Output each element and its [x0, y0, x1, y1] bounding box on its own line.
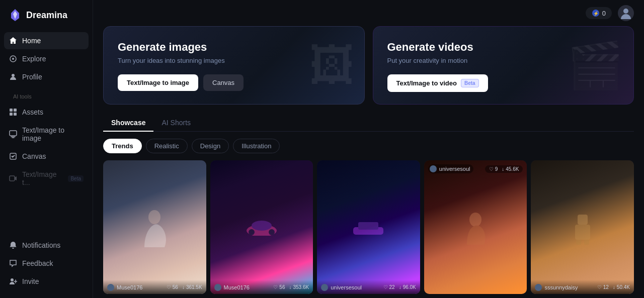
sidebar-item-canvas-label: Canvas	[22, 152, 46, 160]
like-stat-top: ♡ 9	[489, 166, 498, 172]
sidebar-item-home[interactable]: Home	[4, 32, 89, 49]
download-icon: ↓	[182, 284, 185, 290]
download-count: 361.5K	[186, 284, 202, 290]
user-avatar[interactable]	[618, 5, 634, 21]
svg-rect-24	[578, 215, 588, 225]
logo: Dreamina	[0, 0, 93, 32]
text-image-to-image-button[interactable]: Text/Image to image	[118, 74, 198, 91]
download-icon-top: ↓	[502, 166, 504, 172]
tab-ai-shorts[interactable]: AI Shorts	[153, 115, 199, 132]
download-count-top: 45.6K	[506, 166, 519, 172]
image-stats: ♡ 56 ↓ 361.5K	[167, 284, 202, 290]
username: Muse0176	[224, 284, 250, 290]
generate-videos-card: 🎬 Generate videos Put your creativity in…	[373, 26, 634, 105]
sidebar-item-notifications-label: Notifications	[22, 241, 60, 249]
svg-point-15	[623, 9, 628, 14]
like-count: 12	[603, 284, 609, 290]
home-icon	[9, 37, 17, 45]
list-item[interactable]: universesoul ♡ 22 ↓ 96.0K	[317, 160, 420, 294]
sidebar-item-feedback[interactable]: Feedback	[4, 255, 89, 272]
card-bg-decoration: 🖼	[309, 43, 354, 88]
image-stats: ♡ 12 ↓ 50.4K	[597, 284, 630, 290]
download-stat-top: ↓ 45.6K	[502, 166, 519, 172]
image-grid: Muse0176 ♡ 56 ↓ 361.5K	[103, 160, 634, 294]
username-top: universesoul	[439, 166, 470, 172]
text-video-icon	[9, 174, 17, 182]
svg-rect-8	[14, 113, 17, 116]
sidebar-item-home-label: Home	[22, 37, 41, 45]
download-stat: ↓ 361.5K	[182, 284, 202, 290]
heart-icon-top: ♡	[489, 166, 494, 172]
sidebar-item-assets[interactable]: Assets	[4, 104, 89, 121]
download-icon: ↓	[289, 284, 291, 290]
sidebar-item-invite[interactable]: Invite	[4, 273, 89, 290]
image-overlay: Muse0176 ♡ 56 ↓ 361.5K	[103, 280, 206, 294]
username: Muse0176	[117, 284, 142, 290]
list-item[interactable]: Muse0176 ♡ 56 ↓ 361.5K	[103, 160, 206, 294]
username: universesoul	[331, 284, 362, 290]
svg-point-16	[148, 210, 160, 224]
download-stat: ↓ 50.4K	[613, 284, 630, 290]
filter-pills: Trends Realistic Design Illustration	[103, 139, 634, 153]
svg-point-12	[11, 278, 14, 281]
image-user: Muse0176	[214, 284, 250, 291]
list-item[interactable]: sssunnydaisy ♡ 12 ↓ 50.4K	[531, 160, 634, 294]
svg-point-18	[252, 221, 272, 231]
heart-icon: ♡	[383, 284, 388, 290]
image-overlay: sssunnydaisy ♡ 12 ↓ 50.4K	[531, 280, 634, 294]
coin-count: 0	[602, 10, 606, 17]
svg-point-20	[269, 229, 275, 235]
text-image-to-video-label: Text/Image to video	[396, 79, 457, 87]
filter-illustration[interactable]: Illustration	[233, 139, 280, 153]
user-avatar-dot	[535, 284, 542, 291]
user-avatar-dot	[214, 284, 221, 291]
filter-trends[interactable]: Trends	[103, 139, 142, 153]
sidebar-item-explore[interactable]: Explore	[4, 50, 89, 67]
svg-point-23	[469, 213, 481, 227]
sidebar-item-text-video[interactable]: Text/Image t... Beta	[4, 166, 89, 191]
explore-icon	[9, 55, 17, 63]
sidebar-item-explore-label: Explore	[22, 55, 46, 63]
tab-showcase[interactable]: Showcase	[103, 115, 153, 132]
list-item[interactable]: universesoul ♡ 9 ↓ 45.6K	[424, 160, 527, 294]
like-count: 56	[173, 284, 178, 290]
bell-icon	[9, 241, 17, 249]
canvas-button[interactable]: Canvas	[203, 74, 244, 91]
logo-icon	[8, 8, 22, 22]
download-stat: ↓ 96.0K	[399, 284, 416, 290]
svg-rect-5	[10, 109, 13, 112]
download-icon: ↓	[613, 284, 615, 290]
filter-realistic[interactable]: Realistic	[146, 139, 188, 153]
like-stat: ♡ 12	[597, 284, 609, 290]
showcase-tabs: Showcase AI Shorts	[103, 115, 634, 132]
avatar-icon	[619, 6, 633, 20]
like-count-top: 9	[495, 166, 498, 172]
svg-rect-7	[10, 113, 13, 116]
sidebar-item-invite-label: Invite	[22, 277, 39, 285]
sidebar-item-canvas[interactable]: Canvas	[4, 148, 89, 165]
svg-rect-26	[576, 240, 581, 245]
sidebar-item-text-image[interactable]: Text/Image to image	[4, 122, 89, 147]
heart-icon: ♡	[167, 284, 171, 290]
image-placeholder	[424, 160, 527, 294]
download-icon: ↓	[399, 284, 401, 290]
sidebar-item-feedback-label: Feedback	[22, 259, 53, 267]
sidebar-item-profile-label: Profile	[22, 73, 42, 81]
like-count: 22	[389, 284, 395, 290]
like-stat: ♡ 56	[167, 284, 178, 290]
list-item[interactable]: Muse0176 ♡ 56 ↓ 353.6K	[210, 160, 313, 294]
coin-balance[interactable]: ⚡ 0	[586, 7, 612, 19]
filter-design[interactable]: Design	[192, 139, 229, 153]
image-user: universesoul	[321, 284, 362, 291]
svg-point-3	[12, 58, 14, 60]
image-user-top: universesoul	[428, 164, 473, 173]
content-area: 🖼 Generate images Turn your ideas into s…	[93, 26, 644, 298]
user-avatar-dot	[321, 284, 328, 291]
image-overlay: universesoul ♡ 22 ↓ 96.0K	[317, 280, 420, 294]
download-count: 96.0K	[403, 284, 416, 290]
sidebar-item-notifications[interactable]: Notifications	[4, 237, 89, 254]
text-image-to-video-button[interactable]: Text/Image to video Beta	[387, 74, 488, 92]
svg-rect-22	[358, 222, 378, 230]
image-placeholder	[103, 160, 206, 294]
sidebar-item-profile[interactable]: Profile	[4, 68, 89, 85]
